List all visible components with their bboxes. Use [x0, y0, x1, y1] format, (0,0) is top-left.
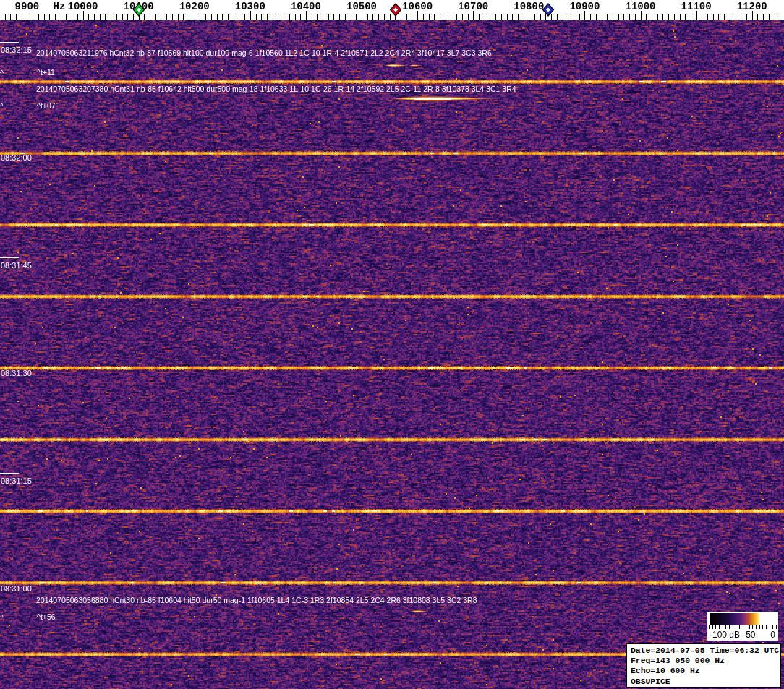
ruler-tick: [462, 14, 463, 20]
spectrogram-canvas[interactable]: [0, 20, 784, 689]
ruler-tick: [200, 14, 200, 20]
ruler-tick: [718, 14, 719, 20]
ruler-tick: [534, 14, 535, 20]
ruler-tick: [563, 14, 563, 20]
ruler-tick: [490, 14, 490, 20]
ruler-tick: [456, 14, 457, 20]
ruler-tick: [189, 14, 189, 20]
ruler-tick: [607, 14, 608, 20]
frequency-label: 10600: [402, 1, 433, 12]
ruler-tick: [284, 14, 284, 20]
ruler-tick: [234, 14, 234, 20]
ruler-tick: [77, 14, 78, 20]
ruler-tick: [440, 14, 440, 20]
ruler-tick: [178, 14, 179, 20]
info-echo: Echo=10 600 Hz: [631, 666, 780, 676]
frequency-label: 10500: [346, 1, 377, 12]
ruler-tick: [685, 14, 686, 20]
ruler-tick: [116, 14, 117, 20]
ruler-tick: [55, 14, 56, 20]
ruler-tick: [618, 14, 619, 20]
frequency-label: 10200: [179, 1, 210, 12]
ruler-tick: [205, 14, 206, 20]
frequency-label: 10400: [291, 1, 321, 12]
ruler-tick: [668, 14, 669, 20]
ruler-tick: [485, 14, 485, 20]
ruler-tick: [763, 14, 764, 20]
ruler-tick: [724, 14, 725, 20]
ruler-tick: [540, 14, 541, 20]
ruler-tick: [94, 14, 95, 20]
ruler-tick: [557, 14, 558, 20]
ruler-tick: [468, 14, 469, 20]
ruler-tick: [652, 14, 652, 20]
frequency-label: 10000: [67, 1, 98, 12]
ruler-tick: [345, 14, 346, 20]
green-marker-diamond-icon[interactable]: [132, 3, 145, 20]
db-label-mid: -50: [743, 630, 755, 640]
ruler-tick: [333, 14, 334, 20]
ruler-tick: [518, 14, 519, 20]
ruler-tick: [211, 14, 212, 20]
frequency-label: 10800: [514, 1, 544, 12]
ruler-tick: [775, 14, 775, 20]
ruler-tick: [328, 14, 329, 20]
ruler-tick: [300, 14, 301, 20]
ruler-tick: [22, 14, 22, 20]
frequency-ruler[interactable]: 9900100001010010200103001040010500106001…: [0, 0, 784, 20]
ruler-tick: [629, 14, 630, 20]
ruler-tick: [289, 14, 290, 20]
db-scale-legend: -100 dB -50 0: [707, 612, 778, 641]
db-gradient-bar: [710, 613, 777, 625]
blue-marker-diamond-icon[interactable]: [542, 3, 555, 20]
ruler-tick: [356, 14, 357, 20]
ruler-tick: [495, 14, 496, 20]
ruler-tick: [757, 14, 758, 20]
ruler-tick: [568, 14, 568, 20]
ruler-tick: [635, 14, 636, 20]
ruler-tick: [623, 14, 624, 20]
ruler-tick: [273, 14, 273, 20]
ruler-tick: [372, 14, 373, 20]
ruler-tick: [100, 14, 101, 20]
ruler-tick: [707, 14, 708, 20]
ruler-tick: [295, 14, 296, 20]
ruler-tick: [105, 14, 106, 20]
ruler-tick: [646, 14, 647, 20]
ruler-tick: [222, 14, 223, 20]
db-scale-labels: -100 dB -50 0: [707, 629, 778, 641]
frequency-label: 9900: [15, 1, 40, 12]
spectrogram-app: 9900100001010010200103001040010500106001…: [0, 0, 784, 689]
ruler-tick: [10, 14, 11, 20]
ruler-tick: [501, 14, 502, 20]
ruler-tick: [507, 14, 508, 20]
ruler-tick: [317, 14, 318, 20]
ruler-tick: [228, 14, 229, 20]
frequency-label: 11200: [737, 1, 767, 12]
frequency-label: 10700: [458, 1, 488, 12]
ruler-tick: [702, 14, 702, 20]
ruler-tick: [111, 14, 111, 20]
ruler-tick: [161, 14, 161, 20]
red-marker-diamond-icon[interactable]: [390, 3, 402, 20]
ruler-tick: [613, 14, 613, 20]
ruler-tick: [256, 14, 257, 20]
ruler-tick: [16, 14, 17, 20]
ruler-tick: [479, 14, 480, 20]
ruler-tick: [378, 14, 379, 20]
ruler-tick: [267, 14, 268, 20]
frequency-unit-label: Hz: [54, 1, 66, 12]
ruler-tick: [412, 14, 412, 20]
ruler-tick: [512, 14, 513, 20]
ruler-tick: [244, 14, 245, 20]
ruler-tick: [33, 14, 33, 20]
frequency-label: 10300: [235, 1, 265, 12]
ruler-tick: [88, 14, 89, 20]
ruler-tick: [741, 14, 741, 20]
ruler-tick: [780, 14, 780, 20]
ruler-tick: [323, 14, 323, 20]
ruler-tick: [596, 14, 597, 20]
ruler-tick: [674, 14, 675, 20]
ruler-tick: [730, 14, 730, 20]
ruler-tick: [72, 14, 72, 20]
